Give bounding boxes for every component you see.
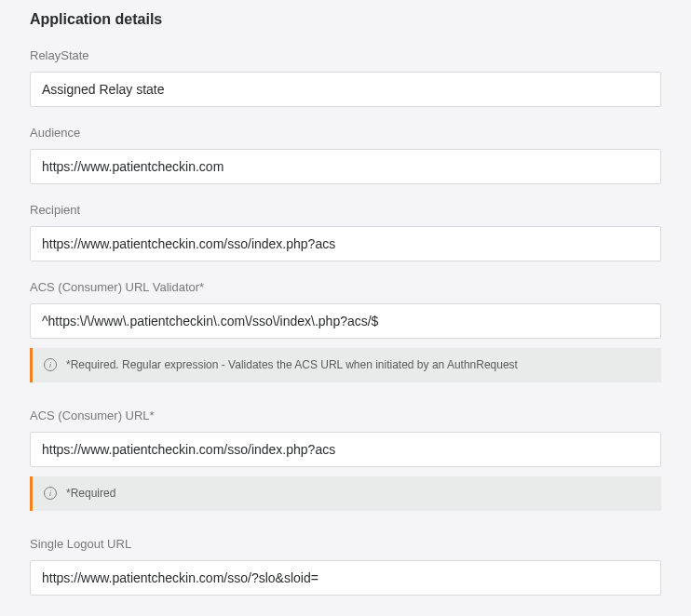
relay-state-input[interactable] <box>30 72 661 107</box>
recipient-input[interactable] <box>30 226 661 261</box>
relay-state-label: RelayState <box>30 48 661 62</box>
acs-url-info: i *Required <box>30 476 661 511</box>
info-icon: i <box>44 487 57 500</box>
slo-url-field: Single Logout URL <box>30 537 661 596</box>
application-details-form: Application details RelayState Audience … <box>0 0 691 616</box>
info-icon: i <box>44 358 57 371</box>
recipient-field: Recipient <box>30 203 661 261</box>
section-title: Application details <box>30 11 661 28</box>
audience-input[interactable] <box>30 149 661 184</box>
audience-label: Audience <box>30 126 661 140</box>
slo-url-label: Single Logout URL <box>30 537 661 551</box>
acs-validator-label: ACS (Consumer) URL Validator* <box>30 280 661 294</box>
relay-state-field: RelayState <box>30 48 661 107</box>
acs-validator-info-text: *Required. Regular expression - Validate… <box>66 357 518 373</box>
slo-url-input[interactable] <box>30 560 661 596</box>
acs-url-input[interactable] <box>30 432 661 467</box>
acs-validator-input[interactable] <box>30 303 661 339</box>
recipient-label: Recipient <box>30 203 661 217</box>
acs-validator-field: ACS (Consumer) URL Validator* i *Require… <box>30 280 661 382</box>
audience-field: Audience <box>30 126 661 184</box>
acs-url-label: ACS (Consumer) URL* <box>30 408 661 422</box>
acs-validator-info: i *Required. Regular expression - Valida… <box>30 348 661 382</box>
acs-url-info-text: *Required <box>66 486 115 502</box>
acs-url-field: ACS (Consumer) URL* i *Required <box>30 408 661 511</box>
